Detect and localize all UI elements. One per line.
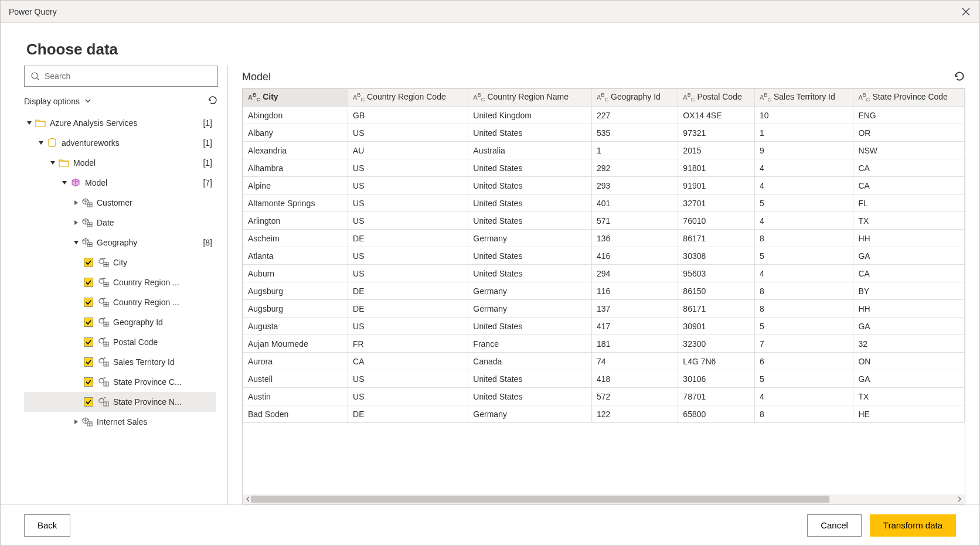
table-row[interactable]: AuroraCACanada74L4G 7N66ON (243, 353, 965, 370)
preview-title: Model (242, 71, 271, 83)
table-cell: US (348, 247, 468, 265)
table-row[interactable]: ArlingtonUSUnited States571760104TX (243, 212, 965, 230)
expander-icon[interactable] (25, 119, 33, 127)
expander-icon[interactable] (72, 199, 80, 207)
checkbox[interactable] (84, 357, 93, 367)
table-row[interactable]: AugsburgDEGermany116861508BY (243, 282, 965, 300)
tree-node[interactable]: Geography[8] (24, 233, 216, 252)
column-header[interactable]: ABCCity (243, 89, 348, 107)
display-options[interactable]: Display options (24, 95, 218, 107)
tree-leaf[interactable]: Country Region ... (24, 272, 216, 292)
checkbox[interactable] (84, 397, 93, 407)
tree-node[interactable]: Internet Sales (24, 412, 216, 432)
tree-leaf[interactable]: City (24, 252, 216, 272)
column-header[interactable]: ABCState Province Code (853, 89, 965, 107)
table-cell: 76010 (678, 212, 755, 230)
table-row[interactable]: AlbanyUSUnited States535973211OR (243, 124, 965, 142)
column-header[interactable]: ABCCountry Region Code (348, 89, 468, 107)
table-cell: 8 (754, 300, 853, 318)
tree-node[interactable]: Model[1] (24, 153, 216, 173)
table-cell: 78701 (678, 388, 755, 405)
tree-leaf[interactable]: Postal Code (24, 332, 216, 352)
table-cell: L4G 7N6 (678, 353, 755, 370)
preview-table: ABCCityABCCountry Region CodeABCCountry … (243, 88, 965, 423)
table-cell: Augsburg (243, 282, 348, 300)
tree-node[interactable]: Date (24, 213, 216, 233)
close-button[interactable] (961, 6, 971, 17)
tree[interactable]: Azure Analysis Services[1]adventureworks… (24, 113, 218, 504)
expander-icon[interactable] (60, 179, 69, 187)
table-row[interactable]: AlhambraUSUnited States292918014CA (243, 159, 965, 177)
text-type-icon: ABC (760, 94, 771, 101)
table-cell: 136 (591, 230, 678, 247)
checkbox[interactable] (84, 377, 93, 387)
tree-node[interactable]: Azure Analysis Services[1] (24, 113, 216, 133)
svg-line-41 (101, 318, 105, 319)
refresh-preview-button[interactable] (954, 70, 965, 84)
column-header[interactable]: ABCSales Territory Id (754, 89, 853, 107)
table-row[interactable]: Bad SodenDEGermany122658008HE (243, 405, 965, 423)
scrollbar-track[interactable] (251, 496, 957, 503)
tree-node[interactable]: Customer (24, 193, 216, 213)
table-row[interactable]: Aujan MournedeFRFrance18132300732 (243, 335, 965, 353)
table-row[interactable]: Altamonte SpringsUSUnited States40132701… (243, 194, 965, 212)
back-button[interactable]: Back (24, 514, 70, 537)
horizontal-scrollbar[interactable] (243, 494, 965, 504)
search-input[interactable] (45, 71, 212, 81)
table-row[interactable]: AustinUSUnited States572787014TX (243, 388, 965, 405)
expander-icon[interactable] (72, 219, 80, 227)
table-cell: United States (468, 318, 592, 335)
table-row[interactable]: AlpineUSUnited States293919014CA (243, 177, 965, 194)
checkbox[interactable] (84, 258, 93, 267)
table-row[interactable]: AuburnUSUnited States294956034CA (243, 265, 965, 282)
checkbox[interactable] (84, 318, 93, 327)
tree-leaf[interactable]: Sales Territory Id (24, 352, 216, 372)
table-cell: 95603 (678, 265, 755, 282)
scroll-right-icon[interactable] (957, 496, 962, 502)
table-row[interactable]: AugustaUSUnited States417309015GA (243, 318, 965, 335)
table-cell: Atlanta (243, 247, 348, 265)
table-row[interactable]: AustellUSUnited States418301065GA (243, 370, 965, 388)
tree-leaf[interactable]: Country Region ... (24, 292, 216, 312)
tree-leaf[interactable]: State Province C... (24, 372, 216, 392)
checkbox[interactable] (84, 298, 93, 307)
checkbox[interactable] (84, 337, 93, 347)
table-cell: 6 (754, 353, 853, 370)
preview-table-scroll[interactable]: ABCCityABCCountry Region CodeABCCountry … (243, 88, 965, 494)
expander-icon[interactable] (72, 418, 80, 426)
table-row[interactable]: AugsburgDEGermany137861718HH (243, 300, 965, 318)
window-title: Power Query (9, 7, 57, 16)
search-box[interactable] (24, 66, 218, 87)
table-cell: DE (348, 405, 468, 423)
footer: Back Cancel Transform data (1, 504, 979, 545)
table-cell: 571 (591, 212, 678, 230)
table-row[interactable]: AtlantaUSUnited States416303085GA (243, 247, 965, 265)
table-cell: GB (348, 107, 468, 124)
tree-node[interactable]: Model[7] (24, 173, 216, 193)
tree-leaf[interactable]: State Province N... (24, 392, 216, 412)
table-cell: 418 (591, 370, 678, 388)
table-cell: Alpine (243, 177, 348, 194)
table-cell: 9 (754, 142, 853, 159)
table-row[interactable]: AbingdonGBUnited Kingdom227OX14 4SE10ENG (243, 107, 965, 124)
scrollbar-thumb[interactable] (251, 496, 829, 503)
column-header[interactable]: ABCCountry Region Name (468, 89, 592, 107)
table-cell: TX (853, 388, 965, 405)
tree-node[interactable]: adventureworks[1] (24, 133, 216, 153)
transform-data-button[interactable]: Transform data (870, 514, 956, 537)
table-row[interactable]: AscheimDEGermany136861718HH (243, 230, 965, 247)
expander-icon[interactable] (37, 139, 45, 147)
refresh-tree-button[interactable] (207, 95, 218, 107)
cancel-button[interactable]: Cancel (807, 514, 862, 537)
column-header[interactable]: ABCGeography Id (591, 89, 678, 107)
table-row[interactable]: AlexandriaAUAustralia120159NSW (243, 142, 965, 159)
tree-leaf-label: Country Region ... (113, 298, 216, 307)
expander-icon[interactable] (72, 238, 80, 247)
table-cell: 1 (591, 142, 678, 159)
scroll-left-icon[interactable] (245, 496, 251, 502)
tree-leaf[interactable]: Geography Id (24, 312, 216, 332)
svg-marker-8 (62, 181, 67, 185)
checkbox[interactable] (84, 278, 93, 287)
expander-icon[interactable] (49, 159, 57, 167)
column-header[interactable]: ABCPostal Code (678, 89, 755, 107)
